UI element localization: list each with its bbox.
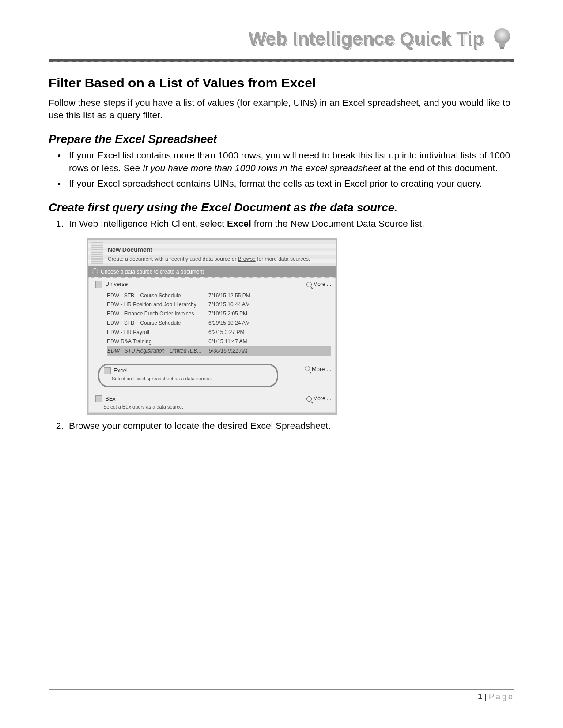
section-create-heading: Create first query using the Excel Docum… [49, 201, 514, 214]
browse-link[interactable]: Browse [238, 256, 256, 262]
search-icon [306, 396, 312, 402]
universe-name: EDW - STB – Course Schedule [107, 319, 208, 327]
bex-more-link[interactable]: More ... [306, 395, 331, 402]
bex-label: BEx [105, 395, 116, 403]
universe-date: 5/30/15 9:21 AM [209, 347, 271, 355]
universe-date: 7/13/15 10:44 AM [208, 301, 270, 308]
search-icon [306, 282, 312, 287]
universe-more-link[interactable]: More ... [306, 281, 331, 288]
intro-paragraph: Follow these steps if you have a list of… [49, 97, 514, 122]
page-header: Web Intelligence Quick Tip [49, 26, 514, 57]
universe-date: 7/10/15 2:05 PM [208, 310, 270, 318]
page-footer: 1 | Page [49, 689, 514, 702]
lightbulb-icon [490, 26, 514, 51]
step-2: Browse your computer to locate the desir… [66, 419, 514, 432]
excel-sub: Select an Excel spreadsheet as a data so… [112, 375, 270, 382]
source-bex[interactable]: BEx More ... Select a BEx query as a dat… [88, 392, 336, 413]
svg-rect-1 [499, 42, 505, 47]
list-item[interactable]: EDW - Finance Purch Order Invoices7/10/1… [107, 309, 331, 319]
universe-date: 6/29/15 10:24 AM [208, 319, 270, 327]
universe-name: EDW - HR Payroll [107, 329, 208, 336]
step-1: In Web Intelligence Rich Client, select … [66, 217, 514, 415]
universe-recent-list: EDW - STB – Course Schedule7/16/15 12:55… [107, 291, 331, 356]
drag-handle-icon [91, 242, 103, 263]
universe-name: EDW - STU Registration - Limited (DB... [107, 347, 209, 355]
bex-icon [95, 395, 102, 402]
footer-page-number: 1 [478, 692, 482, 701]
universe-label: Universe [105, 280, 128, 288]
bullet-2: If your Excel spreadsheet contains UINs,… [66, 177, 514, 190]
footer-page-word: Page [489, 692, 514, 701]
bex-sub: Select a BEx query as a data source. [103, 404, 331, 410]
prepare-bullets: If your Excel list contains more than 10… [49, 149, 514, 190]
bullet-1: If your Excel list contains more than 10… [66, 149, 514, 175]
list-item[interactable]: EDW - STB – Course Schedule7/16/15 12:55… [107, 291, 331, 300]
svg-rect-2 [500, 47, 504, 49]
universe-name: EDW - STB – Course Schedule [107, 292, 208, 300]
universe-icon [95, 281, 102, 288]
list-item[interactable]: EDW - HR Position and Job Hierarchy7/13/… [107, 300, 331, 309]
list-item-selected[interactable]: EDW - STU Registration - Limited (DB...5… [107, 346, 331, 356]
universe-date: 6/1/15 11:47 AM [208, 338, 270, 345]
page-title: Filter Based on a List of Values from Ex… [49, 75, 514, 90]
dialog-header: New Document Create a document with a re… [88, 240, 336, 266]
svg-point-0 [494, 28, 510, 44]
universe-name: EDW R&A Training [107, 338, 208, 345]
universe-name: EDW - Finance Purch Order Invoices [107, 310, 208, 318]
list-item[interactable]: EDW R&A Training6/1/15 11:47 AM [107, 337, 331, 346]
list-item[interactable]: EDW - HR Payroll6/2/15 3:27 PM [107, 328, 331, 337]
new-document-dialog: New Document Create a document with a re… [87, 238, 337, 415]
dialog-subtitle: Create a document with a recently used d… [108, 255, 329, 263]
universe-name: EDW - HR Position and Job Hierarchy [107, 301, 208, 308]
excel-label: Excel [113, 367, 128, 375]
dialog-title: New Document [108, 246, 329, 255]
choose-data-source-bar: Choose a data source to create a documen… [88, 266, 336, 278]
source-excel[interactable]: Excel Select an Excel spreadsheet as a d… [88, 359, 336, 392]
excel-callout: Excel Select an Excel spreadsheet as a d… [98, 364, 278, 387]
create-steps: In Web Intelligence Rich Client, select … [49, 217, 514, 432]
excel-more-link[interactable]: More ... [305, 365, 331, 373]
header-title: Web Intelligence Quick Tip [249, 28, 484, 49]
excel-icon [104, 367, 111, 374]
header-rule [49, 59, 514, 62]
search-icon [305, 366, 310, 371]
source-universe[interactable]: Universe More ... EDW - STB – Course Sch… [88, 277, 336, 359]
list-item[interactable]: EDW - STB – Course Schedule6/29/15 10:24… [107, 319, 331, 328]
section-prepare-heading: Prepare the Excel Spreadsheet [49, 132, 514, 146]
universe-date: 6/2/15 3:27 PM [208, 329, 270, 336]
universe-date: 7/16/15 12:55 PM [208, 292, 270, 300]
